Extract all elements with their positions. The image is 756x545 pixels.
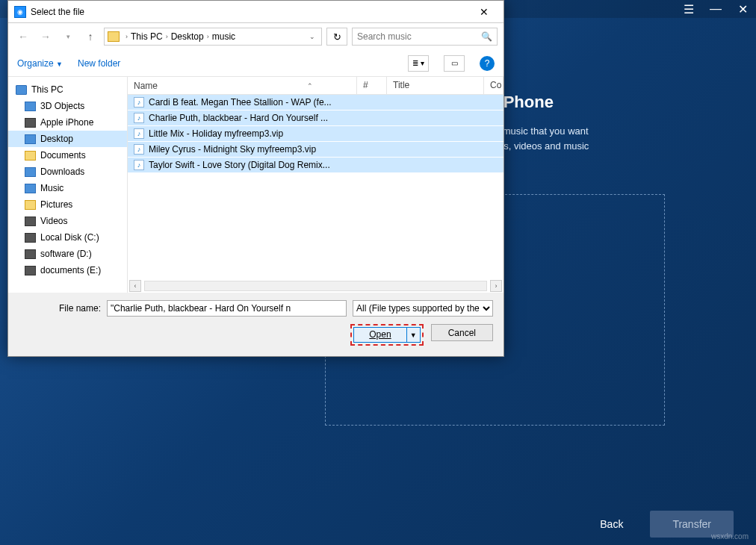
folder-tree[interactable]: This PC 3D Objects Apple iPhone Desktop … bbox=[8, 77, 128, 293]
audio-icon: ♪ bbox=[134, 160, 144, 170]
file-dialog: ◉ Select the file ✕ ← → ▾ ↑ › This PC › … bbox=[7, 0, 504, 357]
nav-back-icon[interactable]: ← bbox=[14, 28, 32, 46]
horizontal-scrollbar[interactable]: ‹ › bbox=[128, 279, 504, 293]
chevron-down-icon: ▼ bbox=[56, 60, 63, 68]
tree-documents-e[interactable]: documents (E:) bbox=[8, 262, 127, 278]
disk-icon bbox=[25, 249, 36, 259]
nav-up-icon[interactable]: ↑ bbox=[81, 28, 99, 46]
audio-icon: ♪ bbox=[134, 113, 144, 123]
chevron-right-icon: › bbox=[166, 33, 168, 40]
chevron-right-icon: › bbox=[126, 33, 128, 40]
file-row[interactable]: ♪Cardi B feat. Megan Thee Stallion - WAP… bbox=[128, 95, 504, 110]
search-input[interactable]: Search music 🔍 bbox=[352, 28, 498, 46]
breadcrumb[interactable]: › This PC › Desktop › music ⌄ bbox=[104, 28, 322, 46]
scroll-left-icon[interactable]: ‹ bbox=[129, 280, 141, 292]
app-icon: ◉ bbox=[14, 6, 26, 18]
music-icon bbox=[25, 184, 36, 193]
col-co[interactable]: Co bbox=[484, 77, 504, 94]
chevron-down-icon[interactable]: ⌄ bbox=[309, 33, 315, 40]
desktop-icon bbox=[25, 134, 36, 144]
filename-label: File name: bbox=[19, 303, 101, 314]
file-row[interactable]: ♪Miley Cyrus - Midnight Sky myfreemp3.vi… bbox=[128, 142, 504, 158]
audio-icon: ♪ bbox=[134, 144, 144, 155]
tree-apple-iphone[interactable]: Apple iPhone bbox=[8, 114, 127, 131]
col-num[interactable]: # bbox=[357, 77, 387, 94]
watermark: wsxdn.com bbox=[711, 532, 749, 541]
close-dialog-icon[interactable]: ✕ bbox=[471, 4, 498, 20]
filetype-select[interactable]: All (File types supported by the bbox=[353, 300, 493, 317]
tree-3d-objects[interactable]: 3D Objects bbox=[8, 98, 127, 114]
dialog-titlebar: ◉ Select the file ✕ bbox=[8, 1, 504, 23]
tree-software-d[interactable]: software (D:) bbox=[8, 246, 127, 262]
folder-icon bbox=[108, 31, 120, 42]
view-mode-button[interactable]: ≣ ▾ bbox=[408, 55, 429, 72]
audio-icon: ♪ bbox=[134, 97, 144, 108]
download-icon bbox=[25, 167, 36, 177]
back-button[interactable]: Back bbox=[588, 512, 635, 536]
refresh-icon[interactable]: ↻ bbox=[326, 28, 347, 46]
video-icon bbox=[25, 217, 36, 226]
disk-icon bbox=[25, 233, 36, 243]
audio-icon: ♪ bbox=[134, 128, 144, 139]
disk-icon bbox=[25, 266, 36, 275]
picture-icon bbox=[25, 200, 36, 210]
toolbar: Organize ▼ New folder ≣ ▾ ▭ ? bbox=[8, 50, 504, 77]
tree-music[interactable]: Music bbox=[8, 180, 127, 196]
tree-documents[interactable]: Documents bbox=[8, 147, 127, 164]
cube-icon bbox=[25, 102, 36, 111]
crumb-music[interactable]: music bbox=[212, 31, 235, 42]
crumb-pc[interactable]: This PC bbox=[131, 31, 163, 42]
tree-downloads[interactable]: Downloads bbox=[8, 164, 127, 180]
sort-asc-icon: ⌃ bbox=[307, 82, 313, 90]
pc-icon bbox=[16, 85, 27, 95]
minimize-icon[interactable]: — bbox=[710, 3, 722, 15]
nav-forward-icon: → bbox=[37, 28, 55, 46]
tree-local-disk-c[interactable]: Local Disk (C:) bbox=[8, 229, 127, 246]
scroll-right-icon[interactable]: › bbox=[490, 280, 502, 292]
help-icon[interactable]: ? bbox=[480, 56, 495, 71]
open-dropdown-icon[interactable]: ▼ bbox=[406, 328, 420, 342]
filename-input[interactable] bbox=[107, 300, 347, 317]
dialog-body: This PC 3D Objects Apple iPhone Desktop … bbox=[8, 77, 504, 293]
chevron-right-icon: › bbox=[207, 33, 209, 40]
organize-menu[interactable]: Organize ▼ bbox=[17, 58, 63, 69]
open-button[interactable]: Open ▼ bbox=[353, 327, 420, 343]
doc-icon bbox=[25, 151, 36, 161]
file-header: Name⌃ # Title Co bbox=[128, 77, 504, 95]
file-list[interactable]: ♪Cardi B feat. Megan Thee Stallion - WAP… bbox=[128, 95, 504, 279]
nav-recent-icon[interactable]: ▾ bbox=[59, 28, 77, 46]
open-highlight: Open ▼ bbox=[350, 324, 423, 346]
dialog-title: Select the file bbox=[31, 7, 84, 17]
new-folder-button[interactable]: New folder bbox=[78, 58, 120, 69]
col-name[interactable]: Name⌃ bbox=[128, 77, 357, 94]
tree-videos[interactable]: Videos bbox=[8, 213, 127, 229]
search-placeholder: Search music bbox=[357, 31, 412, 42]
search-icon[interactable]: 🔍 bbox=[481, 31, 492, 42]
file-row[interactable]: ♪Charlie Puth, blackbear - Hard On Yours… bbox=[128, 110, 504, 126]
list-icon[interactable]: ☰ bbox=[683, 3, 695, 15]
file-row[interactable]: ♪Little Mix - Holiday myfreemp3.vip bbox=[128, 126, 504, 142]
col-title[interactable]: Title bbox=[387, 77, 484, 94]
cancel-button[interactable]: Cancel bbox=[431, 324, 493, 341]
tree-this-pc[interactable]: This PC bbox=[8, 81, 127, 98]
file-list-pane: Name⌃ # Title Co ♪Cardi B feat. Megan Th… bbox=[128, 77, 504, 293]
dialog-footer: File name: All (File types supported by … bbox=[8, 293, 504, 356]
crumb-desktop[interactable]: Desktop bbox=[171, 31, 204, 42]
scroll-track[interactable] bbox=[144, 281, 487, 291]
preview-pane-button[interactable]: ▭ bbox=[444, 55, 465, 72]
nav-bar: ← → ▾ ↑ › This PC › Desktop › music ⌄ ↻ … bbox=[8, 23, 504, 50]
tree-pictures[interactable]: Pictures bbox=[8, 196, 127, 213]
tree-desktop[interactable]: Desktop bbox=[8, 131, 127, 147]
close-app-icon[interactable]: ✕ bbox=[737, 3, 749, 15]
file-row[interactable]: ♪Taylor Swift - Love Story (Digital Dog … bbox=[128, 158, 504, 173]
phone-icon bbox=[25, 118, 36, 128]
